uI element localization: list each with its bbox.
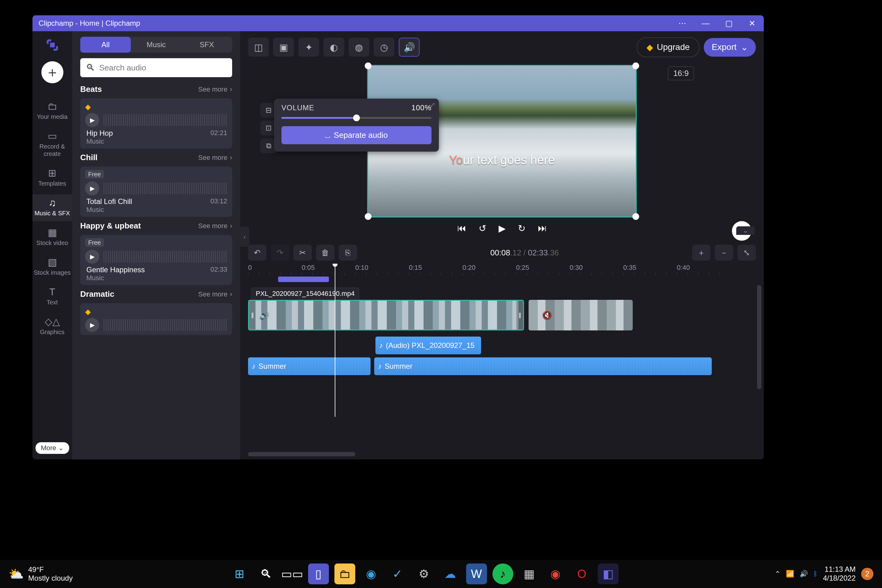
minimize-icon[interactable]: ― <box>700 18 711 29</box>
edge-icon[interactable]: ◉ <box>361 564 382 584</box>
word-icon[interactable]: W <box>466 564 487 584</box>
start-icon[interactable]: ⊞ <box>229 564 250 584</box>
explorer-icon[interactable]: 🗀 <box>334 564 355 584</box>
clipchamp-taskbar-icon[interactable]: ◧ <box>598 564 619 584</box>
track-card[interactable]: ◆ ▶ <box>80 303 232 335</box>
trim-handle-left[interactable]: ‖ <box>249 301 256 330</box>
skip-end-icon[interactable]: ⏭ <box>538 223 547 234</box>
see-more-dramatic[interactable]: See more› <box>198 290 232 298</box>
audio-clip[interactable]: ♪(Audio) PXL_20200927_15 <box>375 337 481 354</box>
text-overlay[interactable]: Your text goes here <box>449 153 555 167</box>
rail-your-media[interactable]: 🗀 Your media <box>33 98 72 124</box>
magic-icon[interactable]: ✦ <box>298 38 319 57</box>
add-button[interactable]: ＋ <box>41 61 63 83</box>
weather-widget[interactable]: ⛅ 49°F Mostly cloudy <box>9 566 73 582</box>
filter-icon[interactable]: ◍ <box>348 38 369 57</box>
collapse-panel-button[interactable]: ‹ <box>240 226 249 247</box>
audio-clip[interactable]: ♪Summer <box>248 357 370 375</box>
contrast-icon[interactable]: ◐ <box>323 38 344 57</box>
play-button[interactable]: ▶ <box>85 318 99 332</box>
vertical-scrollbar[interactable] <box>757 285 761 389</box>
tray-chevron-icon[interactable]: ⌃ <box>775 570 780 578</box>
calc-icon[interactable]: ▦ <box>519 564 540 584</box>
tab-music[interactable]: Music <box>131 37 181 52</box>
tab-sfx[interactable]: SFX <box>182 37 232 52</box>
clock[interactable]: 11:13 AM 4/18/2022 <box>823 565 856 583</box>
rail-graphics[interactable]: ◇△ Graphics <box>33 313 72 340</box>
ruler[interactable]: 0 0:05 0:10 0:15 0:20 0:25 0:30 0:35 0:4… <box>248 264 756 276</box>
todo-icon[interactable]: ✓ <box>387 564 408 584</box>
spotify-icon[interactable]: ♪ <box>492 564 513 584</box>
task-view-icon[interactable]: ▭▭ <box>282 564 303 584</box>
timeline[interactable]: 0 0:05 0:10 0:15 0:20 0:25 0:30 0:35 0:4… <box>240 264 764 459</box>
meet-icon[interactable]: ◉ <box>545 564 566 584</box>
search-field[interactable]: 🔍︎ <box>80 58 232 77</box>
zoom-in-icon[interactable]: ＋ <box>692 245 711 261</box>
layout-icon[interactable]: ◫ <box>248 38 269 57</box>
see-more-beats[interactable]: See more› <box>198 86 232 93</box>
undo-icon[interactable]: ↶ <box>248 245 266 261</box>
audio-clip[interactable]: ♪Summer <box>374 357 712 375</box>
onedrive-icon[interactable]: ☁ <box>440 564 460 584</box>
search-icon[interactable]: 🔍︎ <box>255 564 276 584</box>
rail-more-button[interactable]: More ⌄ <box>35 442 69 454</box>
rail-templates[interactable]: ⊞ Templates <box>33 165 72 191</box>
speed-icon[interactable]: ◷ <box>374 38 394 57</box>
text-clip[interactable] <box>278 276 329 282</box>
search-input[interactable] <box>99 63 226 73</box>
slider-thumb[interactable] <box>353 114 360 121</box>
close-icon[interactable]: ✕ <box>747 18 758 29</box>
cut-icon[interactable]: ✂ <box>293 245 312 261</box>
rail-music-sfx[interactable]: ♫ Music & SFX <box>33 195 72 221</box>
track-card[interactable]: Free ▶ Gentle Happiness Music 02:33 <box>80 235 232 285</box>
play-button[interactable]: ▶ <box>85 113 99 127</box>
taskmgr-icon[interactable]: ⚙ <box>413 564 434 584</box>
resize-handle[interactable] <box>365 213 372 220</box>
see-more-happy[interactable]: See more› <box>198 222 232 230</box>
volume-slider[interactable] <box>282 117 432 119</box>
fit-timeline-icon[interactable]: ⤡ <box>738 245 756 261</box>
see-more-chill[interactable]: See more› <box>198 154 232 162</box>
video-clip-2[interactable]: 🔇 <box>529 300 633 330</box>
video-clip-1[interactable]: ‖ 🔊 ‖ <box>248 300 524 330</box>
more-icon[interactable]: ⋯ <box>677 18 688 29</box>
rail-record-create[interactable]: ▭ Record & create <box>33 128 72 162</box>
skip-start-icon[interactable]: ⏮ <box>457 223 466 234</box>
rewind-icon[interactable]: ↺ <box>478 223 486 234</box>
play-button[interactable]: ▶ <box>85 181 99 195</box>
popover-close-icon[interactable]: ⤢ <box>430 101 435 109</box>
playhead[interactable] <box>335 264 335 417</box>
rail-text[interactable]: T Text <box>33 284 72 310</box>
upgrade-button[interactable]: ◆ Upgrade <box>637 38 699 57</box>
notification-badge[interactable]: 2 <box>861 568 873 580</box>
track-card[interactable]: ◆ ▶ Hip Hop Music 02:21 <box>80 98 232 148</box>
rail-stock-images[interactable]: ▧ Stock images <box>33 254 72 280</box>
play-icon[interactable]: ▶ <box>499 223 506 234</box>
export-button[interactable]: Export ⌄ <box>704 38 756 57</box>
teams-icon[interactable]: ▯ <box>308 564 329 584</box>
resize-handle[interactable] <box>632 63 639 69</box>
redo-icon[interactable]: ↷ <box>271 245 289 261</box>
duplicate-icon[interactable]: ⎘ <box>339 245 357 261</box>
maximize-icon[interactable]: ▢ <box>723 18 734 29</box>
resize-handle[interactable] <box>365 63 372 69</box>
horizontal-scrollbar[interactable] <box>248 452 355 456</box>
play-button[interactable]: ▶ <box>85 250 99 264</box>
wifi-icon[interactable]: 📶 <box>786 570 794 578</box>
trim-handle-right[interactable]: ‖ <box>516 301 523 330</box>
mute-icon[interactable]: 🔇 <box>542 310 552 320</box>
opera-icon[interactable]: O <box>572 564 592 584</box>
audio-icon[interactable]: 🔊 <box>399 38 420 57</box>
delete-icon[interactable]: 🗑 <box>316 245 334 261</box>
separate-audio-button[interactable]: ⎵ Separate audio <box>282 126 432 144</box>
collapse-timeline-button[interactable]: ⌄ <box>736 226 754 235</box>
tab-all[interactable]: All <box>80 37 131 52</box>
bluetooth-icon[interactable]: ᛒ <box>813 570 818 578</box>
zoom-out-icon[interactable]: － <box>715 245 733 261</box>
forward-icon[interactable]: ↻ <box>518 223 525 234</box>
volume-tray-icon[interactable]: 🔊 <box>800 570 808 578</box>
crop-icon[interactable]: ▣ <box>273 38 294 57</box>
track-card[interactable]: Free ▶ Total Lofi Chill Music 03:12 <box>80 166 232 217</box>
rail-stock-video[interactable]: ▦ Stock video <box>33 224 72 251</box>
resize-handle[interactable] <box>632 213 639 220</box>
